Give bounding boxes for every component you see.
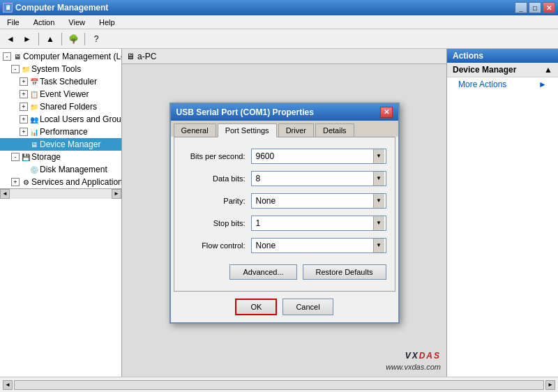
more-actions-item[interactable]: More Actions ► [447, 77, 558, 91]
parity-value: None [253, 196, 373, 206]
parity-select[interactable]: None ▼ [251, 193, 386, 209]
bits-per-second-row: Bits per second: 9600 ▼ [183, 149, 386, 164]
data-bits-arrow[interactable]: ▼ [373, 172, 384, 186]
tree-item-disk-management[interactable]: 💿 Disk Management [0, 163, 121, 176]
tree-item-system-tools[interactable]: - 📁 System Tools [0, 63, 121, 75]
performance-icon: 📊 [29, 126, 40, 137]
services-icon: ⚙ [20, 176, 31, 188]
flow-control-label: Flow control: [183, 241, 246, 250]
flow-control-select[interactable]: None ▼ [251, 238, 386, 253]
scroll-left-btn[interactable]: ◄ [0, 189, 10, 199]
tree-item-local-users[interactable]: + 👥 Local Users and Groups [0, 113, 121, 126]
dialog-close-button[interactable]: ✕ [380, 107, 393, 118]
actions-section-device-manager: Device Manager ▲ [447, 63, 558, 77]
tab-driver[interactable]: Driver [278, 123, 314, 137]
actions-header: Actions [447, 49, 558, 63]
tree-item-device-manager[interactable]: 🖥 Device Manager [0, 138, 121, 151]
action-menu[interactable]: Action [29, 17, 59, 28]
stop-bits-value: 1 [253, 218, 373, 228]
disk-management-icon: 💿 [29, 164, 40, 175]
tree-label-computer-management: Computer Management (Local [23, 52, 122, 61]
flow-control-arrow[interactable]: ▼ [373, 239, 384, 252]
restore-defaults-button[interactable]: Restore Defaults [303, 264, 386, 280]
scroll-track[interactable] [10, 189, 112, 199]
tree-item-shared-folders[interactable]: + 📁 Shared Folders [0, 100, 121, 113]
toolbar: ◄ ► ▲ 🌳 ? [0, 29, 558, 49]
dialog-overlay: USB Serial Port (COM1) Properties ✕ Gene… [122, 49, 446, 377]
tree-item-storage[interactable]: - 💾 Storage [0, 151, 121, 163]
system-tools-icon: 📁 [20, 63, 31, 75]
content-area: 🖥 a-PC USB Serial Port (COM1) Properties… [122, 49, 446, 377]
storage-icon: 💾 [20, 151, 31, 163]
data-bits-row: Data bits: 8 ▼ [183, 171, 386, 186]
view-menu[interactable]: View [64, 17, 89, 28]
tab-port-settings[interactable]: Port Settings [218, 123, 277, 137]
window-controls: _ □ ✕ [515, 2, 555, 13]
scroll-right-btn[interactable]: ► [112, 189, 121, 199]
status-scroll-left[interactable]: ◄ [3, 380, 13, 390]
expander-event-viewer[interactable]: + [20, 90, 28, 98]
tree-label-system-tools: System Tools [31, 64, 81, 74]
task-scheduler-icon: 📅 [29, 76, 40, 87]
status-scroll-right[interactable]: ► [545, 380, 555, 390]
forward-button[interactable]: ► [20, 31, 35, 47]
title-bar: 🖥 Computer Management _ □ ✕ [0, 0, 558, 15]
cancel-button[interactable]: Cancel [282, 299, 333, 315]
help-menu[interactable]: Help [95, 17, 119, 28]
tab-general[interactable]: General [174, 123, 216, 137]
close-button[interactable]: ✕ [543, 2, 555, 13]
help-toolbar-btn[interactable]: ? [89, 31, 104, 47]
expander-shared-folders[interactable]: + [20, 103, 28, 111]
toolbar-separator-3 [84, 33, 85, 45]
file-menu[interactable]: File [3, 17, 24, 28]
tree-label-storage: Storage [31, 152, 61, 162]
stop-bits-select[interactable]: 1 ▼ [251, 216, 386, 231]
tree-label-performance: Performance [40, 127, 88, 137]
parity-arrow[interactable]: ▼ [373, 194, 384, 208]
expander-computer-management[interactable]: - [3, 52, 11, 61]
expander-task-scheduler[interactable]: + [20, 77, 28, 86]
dialog-content: Bits per second: 9600 ▼ Data bits: 8 ▼ [174, 137, 395, 292]
bits-per-second-select[interactable]: 9600 ▼ [251, 149, 386, 164]
device-manager-icon: 🖥 [29, 139, 40, 150]
left-panel: - 🖥 Computer Management (Local - 📁 Syste… [0, 49, 122, 377]
tree-label-device-manager: Device Manager [40, 140, 100, 149]
status-scrollbar[interactable] [14, 380, 544, 390]
stop-bits-label: Stop bits: [183, 219, 246, 227]
tree-item-services[interactable]: + ⚙ Services and Applications [0, 176, 121, 188]
tree-item-task-scheduler[interactable]: + 📅 Task Scheduler [0, 75, 121, 88]
menu-bar: File Action View Help [0, 15, 558, 29]
tree-label-task-scheduler: Task Scheduler [40, 77, 97, 86]
tab-details[interactable]: Details [315, 123, 354, 137]
tree-item-event-viewer[interactable]: + 📋 Event Viewer [0, 88, 121, 100]
left-panel-scrollbar[interactable]: ◄ ► [0, 188, 121, 198]
maximize-button[interactable]: □ [529, 2, 541, 13]
stop-bits-arrow[interactable]: ▼ [373, 216, 384, 230]
actions-section-arrow: ▲ [544, 65, 552, 75]
flow-control-row: Flow control: None ▼ [183, 238, 386, 253]
bits-per-second-arrow[interactable]: ▼ [373, 149, 384, 163]
expander-performance[interactable]: + [20, 128, 28, 136]
stop-bits-row: Stop bits: 1 ▼ [183, 216, 386, 231]
expander-local-users[interactable]: + [20, 115, 28, 123]
minimize-button[interactable]: _ [515, 2, 527, 13]
show-hide-tree[interactable]: 🌳 [66, 31, 81, 47]
parity-label: Parity: [183, 197, 246, 205]
expander-disk-management [20, 165, 28, 174]
expander-system-tools[interactable]: - [11, 65, 20, 73]
expander-storage[interactable]: - [11, 153, 20, 161]
tree-item-performance[interactable]: + 📊 Performance [0, 126, 121, 138]
back-button[interactable]: ◄ [3, 31, 18, 47]
up-button[interactable]: ▲ [43, 31, 58, 47]
data-bits-select[interactable]: 8 ▼ [251, 171, 386, 186]
event-viewer-icon: 📋 [29, 89, 40, 100]
tree-label-local-users: Local Users and Groups [40, 114, 122, 124]
expander-services[interactable]: + [11, 178, 20, 186]
advanced-button[interactable]: Advanced... [229, 264, 296, 280]
tree-item-computer-management[interactable]: - 🖥 Computer Management (Local [0, 50, 121, 63]
app-title: Computer Management [15, 3, 108, 13]
app-icon: 🖥 [3, 3, 13, 13]
parity-row: Parity: None ▼ [183, 193, 386, 209]
dialog-title-bar: USB Serial Port (COM1) Properties ✕ [171, 104, 398, 121]
ok-button[interactable]: OK [235, 299, 277, 315]
